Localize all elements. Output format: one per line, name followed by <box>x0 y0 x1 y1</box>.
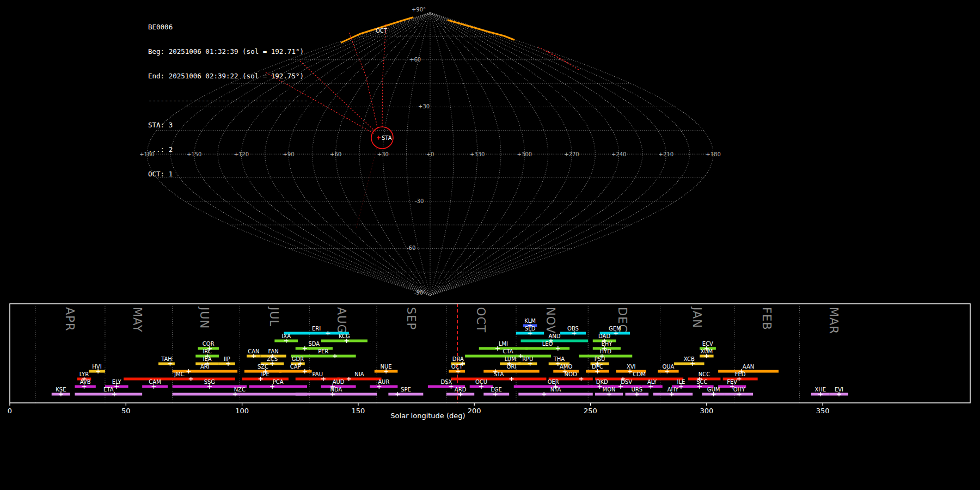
shower-LEO: LEO <box>525 341 569 351</box>
peak-marker <box>270 362 274 366</box>
peak-marker <box>542 392 546 396</box>
shower-label: ZCS <box>267 356 278 362</box>
shower-NUE: NUE <box>375 364 398 373</box>
x-tick-label: 250 <box>584 407 597 415</box>
shower-label: SPE <box>401 387 411 393</box>
shower-label: STA <box>494 371 504 377</box>
shower-label: NTA <box>550 387 561 393</box>
shower-label: CAN <box>248 348 259 354</box>
x-tick-label: 300 <box>700 407 713 415</box>
shower-QUA: QUA <box>658 364 678 373</box>
lon-label: +210 <box>659 151 673 157</box>
shower-label: GUM <box>707 387 720 393</box>
peak-marker <box>665 369 669 373</box>
shower-RPU: RPU <box>518 356 537 366</box>
shower-JMC: JMC <box>124 371 235 381</box>
shower-label: NZC <box>234 387 246 393</box>
shower-label: ERI <box>312 326 321 332</box>
shower-label: GEM <box>609 326 621 332</box>
shower-EVI: EVI <box>830 387 848 396</box>
lat-label: -60 <box>407 245 415 251</box>
x-tick-label: 150 <box>351 407 365 415</box>
shower-label: XHE <box>814 387 826 393</box>
shower-HVI: HVI <box>89 364 105 373</box>
shower-XCB: XCB <box>674 356 704 366</box>
shower-label: DKD <box>596 379 608 385</box>
shower-label: PCA <box>273 379 284 385</box>
shower-label: MON <box>603 387 616 393</box>
shower-ETA: ETA <box>75 387 142 396</box>
shower-label: NOO <box>565 371 577 377</box>
meteor-trail <box>356 148 377 229</box>
peak-marker <box>330 392 335 396</box>
peak-marker <box>347 377 351 381</box>
peak-marker <box>189 377 193 381</box>
shower-label: TAH <box>161 356 172 362</box>
peak-marker <box>226 362 230 366</box>
peak-marker <box>259 377 263 381</box>
lat-label: -30 <box>415 198 424 204</box>
month-label-OCT: OCT <box>474 307 487 333</box>
shower-label: DAD <box>598 333 610 339</box>
month-label-JUL: JUL <box>267 306 280 327</box>
x-tick-label: 50 <box>121 407 131 415</box>
shower-label: FED <box>735 371 746 377</box>
begin-time: Beg: 20251006 01:32:39 (sol = 192.71°) <box>148 47 308 56</box>
shower-label: EVI <box>835 387 843 393</box>
shower-label: PAU <box>312 371 323 377</box>
shower-KSE: KSE <box>52 387 70 396</box>
shower-label: NIA <box>354 371 364 377</box>
shower-label: FEV <box>727 379 737 385</box>
peak-marker <box>556 346 560 351</box>
lon-label: +180 <box>706 151 720 157</box>
shower-AND: AND <box>521 333 589 343</box>
lon-label: +30 <box>377 151 389 157</box>
peak-marker <box>112 392 117 396</box>
shower-NTA: NTA <box>518 387 593 396</box>
shower-label: DRA <box>452 356 464 362</box>
lon-label: +330 <box>470 151 485 157</box>
shower-label: AAN <box>743 364 754 370</box>
shower-GUM: GUM <box>702 387 725 396</box>
radiant-circle: STA <box>371 127 393 149</box>
shower-label: SLD <box>525 326 536 332</box>
shower-label: FAN <box>268 348 279 354</box>
month-label-SEP: SEP <box>405 307 418 330</box>
shower-label: PER <box>318 348 328 354</box>
x-tick-label: 350 <box>816 407 830 415</box>
meteor-trail <box>382 24 386 127</box>
shower-label: OCT <box>451 364 463 370</box>
shower-label: LUM <box>505 356 516 362</box>
shower-AHY: AHY <box>653 387 693 396</box>
shower-label: AUR <box>378 379 389 385</box>
x-axis-title: Solar longitude (deg) <box>390 412 465 420</box>
peak-marker <box>303 369 307 373</box>
shower-label: AHY <box>667 387 679 393</box>
peak-marker <box>528 362 532 366</box>
shower-COM: COM <box>595 371 683 381</box>
shower-label: EGE <box>491 387 502 393</box>
shower-label: COR <box>203 341 215 347</box>
shower-ALY: ALY <box>641 379 662 389</box>
shower-label: AUD <box>333 379 345 385</box>
meteor-observation-plot: +180+150+120+90+60+30+0+330+300+270+240+… <box>0 0 980 490</box>
month-label-APR: APR <box>63 307 76 332</box>
shower-label: ETA <box>103 387 114 393</box>
shower-label: DSV <box>621 379 632 385</box>
shower-label: IEA <box>203 356 212 362</box>
oct-arc-segment <box>448 20 514 40</box>
count-sta: STA: 3 <box>148 121 308 129</box>
shower-label: ECV <box>702 341 713 347</box>
shower-CAM: CAM <box>142 379 168 389</box>
info-block: BE0006 Beg: 20251006 01:32:39 (sol = 192… <box>148 7 308 186</box>
shower-OCU: OCU <box>470 379 493 389</box>
shower-label: THA <box>553 356 565 362</box>
peak-marker <box>187 369 191 373</box>
month-label-MAR: MAR <box>827 307 840 334</box>
peak-marker <box>628 369 632 373</box>
peak-marker <box>737 392 742 396</box>
shower-EGE: EGE <box>483 387 509 396</box>
peak-marker <box>377 384 381 389</box>
shower-label: KCG <box>339 333 350 339</box>
peak-marker <box>270 384 274 389</box>
